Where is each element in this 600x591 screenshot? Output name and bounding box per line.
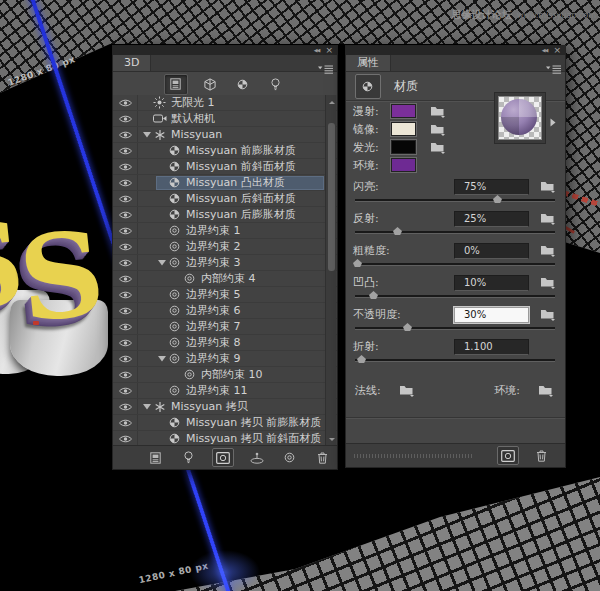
tree-row[interactable]: Missyuan 后膨胀材质 xyxy=(113,207,337,223)
tree-row[interactable]: Missyuan 前斜面材质 xyxy=(113,159,337,175)
collapse-panel-button[interactable]: ◀◀ xyxy=(314,48,320,53)
texture-folder-icon[interactable] xyxy=(538,212,558,225)
slider-value-field[interactable]: 1.100 xyxy=(454,339,529,355)
slider-track[interactable] xyxy=(355,263,555,266)
slider-track[interactable] xyxy=(355,199,555,202)
tree-row[interactable]: 默认相机 xyxy=(113,111,337,127)
slider-thumb[interactable] xyxy=(369,291,378,299)
texture-folder-icon[interactable] xyxy=(428,105,448,118)
color-swatch[interactable] xyxy=(391,104,416,118)
tree-row[interactable]: 边界约束 2 xyxy=(113,239,337,255)
scroll-up-icon[interactable] xyxy=(329,98,335,104)
add-constraint-button[interactable] xyxy=(280,449,300,466)
tree-row[interactable]: Missyuan 后斜面材质 xyxy=(113,191,337,207)
color-swatch[interactable] xyxy=(391,158,416,172)
texture-folder-icon[interactable] xyxy=(538,244,558,257)
close-panel-button[interactable]: × xyxy=(325,47,333,54)
visibility-toggle[interactable] xyxy=(113,271,138,286)
tree-row[interactable]: Missyuan 凸出材质 xyxy=(113,175,337,191)
texture-folder-icon[interactable] xyxy=(428,141,448,154)
tree-row[interactable]: Missyuan 拷贝 xyxy=(113,399,337,415)
visibility-toggle[interactable] xyxy=(113,303,138,318)
visibility-toggle[interactable] xyxy=(113,111,138,126)
tree-row[interactable]: 边界约束 8 xyxy=(113,335,337,351)
delete-button[interactable] xyxy=(531,447,551,464)
material-preview[interactable] xyxy=(494,92,546,144)
tree-row[interactable]: Missyuan 前膨胀材质 xyxy=(113,143,337,159)
visibility-toggle[interactable] xyxy=(113,415,138,430)
delete-button[interactable] xyxy=(313,449,333,466)
visibility-toggle[interactable] xyxy=(113,319,138,334)
collapse-panel-button[interactable]: ◀◀ xyxy=(542,48,548,53)
expander-icon[interactable] xyxy=(156,355,167,362)
panel-menu-icon[interactable] xyxy=(318,59,333,78)
texture-folder-icon[interactable] xyxy=(538,180,558,193)
color-swatch[interactable] xyxy=(391,140,416,154)
environment-map-folder-icon[interactable] xyxy=(536,384,556,397)
materials-filter-button[interactable] xyxy=(232,75,254,94)
scroll-down-icon[interactable] xyxy=(329,438,335,444)
visibility-toggle[interactable] xyxy=(113,239,138,254)
panel-menu-icon[interactable] xyxy=(546,59,561,78)
slider-track[interactable] xyxy=(355,327,555,330)
slider-thumb[interactable] xyxy=(393,227,402,235)
visibility-toggle[interactable] xyxy=(113,95,138,110)
visibility-toggle[interactable] xyxy=(113,175,138,190)
normal-map-folder-icon[interactable] xyxy=(397,384,417,397)
tree-row[interactable]: 边界约束 6 xyxy=(113,303,337,319)
slider-value-field[interactable]: 25% xyxy=(454,211,529,227)
scrollbar[interactable] xyxy=(325,95,336,447)
scene-filter-button[interactable] xyxy=(164,74,188,95)
slider-value-field[interactable]: 0% xyxy=(454,243,529,259)
visibility-toggle[interactable] xyxy=(113,255,138,270)
close-panel-button[interactable]: × xyxy=(553,47,561,54)
preview-dropdown-icon[interactable] xyxy=(550,112,556,131)
tree-row[interactable]: 边界约束 11 xyxy=(113,383,337,399)
slider-thumb[interactable] xyxy=(403,323,412,331)
slider-track[interactable] xyxy=(355,295,555,298)
tree-row[interactable]: 边界约束 1 xyxy=(113,223,337,239)
texture-folder-icon[interactable] xyxy=(428,123,448,136)
visibility-toggle[interactable] xyxy=(113,399,138,414)
expander-icon[interactable] xyxy=(156,259,167,266)
visibility-toggle[interactable] xyxy=(113,367,138,382)
visibility-toggle[interactable] xyxy=(113,223,138,238)
meshes-filter-button[interactable] xyxy=(199,75,221,94)
visibility-toggle[interactable] xyxy=(113,431,138,446)
slider-thumb[interactable] xyxy=(353,259,362,267)
expander-icon[interactable] xyxy=(141,131,152,138)
slider-thumb[interactable] xyxy=(493,195,502,203)
slider-value-field[interactable]: 75% xyxy=(454,179,529,195)
visibility-toggle[interactable] xyxy=(113,191,138,206)
scrollbar-thumb[interactable] xyxy=(328,123,335,271)
visibility-toggle[interactable] xyxy=(113,383,138,398)
tree-row[interactable]: 内部约束 4 xyxy=(113,271,337,287)
visibility-toggle[interactable] xyxy=(113,335,138,350)
lights-filter-button[interactable] xyxy=(265,75,287,94)
texture-folder-icon[interactable] xyxy=(538,308,558,321)
slider-value-field[interactable]: 30% xyxy=(454,307,529,323)
visibility-toggle[interactable] xyxy=(113,143,138,158)
tree-row[interactable]: 边界约束 9 xyxy=(113,351,337,367)
tree-row[interactable]: Missyuan xyxy=(113,127,337,143)
color-swatch[interactable] xyxy=(391,122,416,136)
tree-row[interactable]: 无限光 1 xyxy=(113,95,337,111)
new-light-button[interactable] xyxy=(179,449,199,466)
slider-track[interactable] xyxy=(355,359,555,362)
tree-row[interactable]: 边界约束 7 xyxy=(113,319,337,335)
render-button[interactable] xyxy=(497,446,519,465)
visibility-toggle[interactable] xyxy=(113,207,138,222)
visibility-toggle[interactable] xyxy=(113,159,138,174)
slider-track[interactable] xyxy=(355,231,555,234)
tree-row[interactable]: 边界约束 5 xyxy=(113,287,337,303)
slideshow-button[interactable] xyxy=(146,449,166,466)
tab-3d[interactable]: 3D xyxy=(113,55,151,71)
tab-properties[interactable]: 属性 xyxy=(346,55,391,71)
texture-folder-icon[interactable] xyxy=(538,276,558,289)
visibility-toggle[interactable] xyxy=(113,351,138,366)
expander-icon[interactable] xyxy=(141,403,152,410)
slider-thumb[interactable] xyxy=(357,355,366,363)
slider-value-field[interactable]: 10% xyxy=(454,275,529,291)
tree-row[interactable]: Missyuan 拷贝 前膨胀材质 xyxy=(113,415,337,431)
ground-shadow-button[interactable] xyxy=(247,449,267,466)
